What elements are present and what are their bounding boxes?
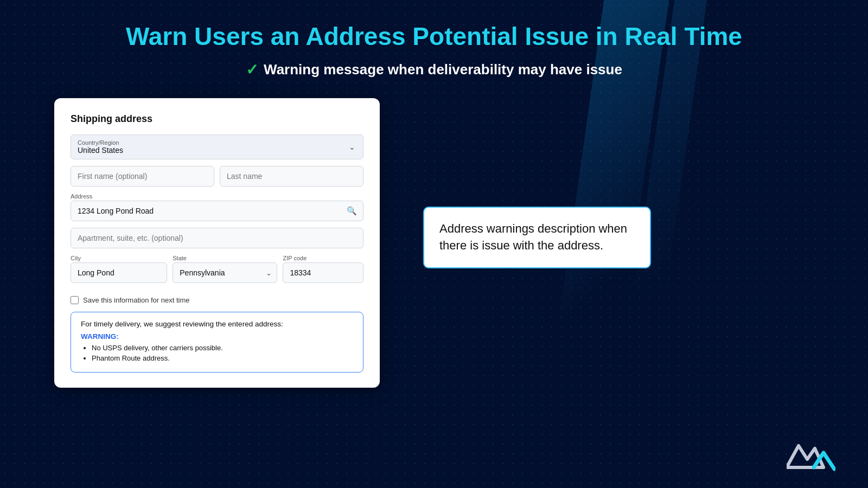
- warning-box: For timely delivery, we suggest reviewin…: [71, 312, 363, 373]
- logo-area: [787, 443, 835, 473]
- shipping-form-card: Shipping address Country/Region United S…: [54, 98, 380, 388]
- last-name-group: [220, 166, 363, 187]
- state-input[interactable]: [173, 262, 277, 283]
- zip-input[interactable]: [283, 262, 363, 283]
- city-group: City: [71, 255, 167, 283]
- country-value: United States: [78, 146, 356, 155]
- first-name-input[interactable]: [71, 166, 214, 187]
- name-row: [71, 166, 363, 193]
- chevron-down-icon: ⌄: [349, 143, 355, 151]
- address-input[interactable]: [71, 201, 363, 221]
- address-wrap: 🔍: [71, 201, 363, 221]
- page-content: Warn Users an Address Potential Issue in…: [0, 0, 868, 388]
- address-field-group: Address 🔍: [71, 193, 363, 221]
- zip-label: ZIP code: [283, 255, 363, 261]
- search-icon: 🔍: [347, 206, 357, 216]
- warning-list: No USPS delivery, other carriers possibl…: [81, 344, 353, 362]
- save-label[interactable]: Save this information for next time: [83, 296, 190, 304]
- save-checkbox[interactable]: [71, 296, 79, 304]
- apt-input[interactable]: [71, 228, 363, 248]
- save-info-row: Save this information for next time: [71, 296, 363, 304]
- country-label: Country/Region: [78, 139, 356, 146]
- subtitle-text: Warning message when deliverability may …: [264, 61, 622, 78]
- country-select[interactable]: Country/Region United States ⌄: [71, 134, 363, 159]
- last-name-input[interactable]: [220, 166, 363, 187]
- info-description-box: Address warnings description when there …: [423, 207, 651, 268]
- zip-group: ZIP code: [283, 255, 363, 283]
- form-title: Shipping address: [71, 113, 363, 125]
- state-group: State ⌄: [173, 255, 277, 283]
- page-title: Warn Users an Address Potential Issue in…: [126, 22, 742, 51]
- warning-label: WARNING:: [81, 332, 353, 341]
- checkmark-icon: ✓: [246, 61, 258, 79]
- two-column-layout: Shipping address Country/Region United S…: [54, 98, 814, 388]
- city-label: City: [71, 255, 167, 261]
- warning-item-1: No USPS delivery, other carriers possibl…: [92, 344, 353, 352]
- address-label: Address: [71, 193, 363, 200]
- first-name-group: [71, 166, 214, 187]
- city-state-zip-row: City State ⌄ ZIP code: [71, 255, 363, 290]
- warning-line1: For timely delivery, we suggest reviewin…: [81, 320, 353, 328]
- state-label: State: [173, 255, 277, 261]
- company-logo: [787, 443, 835, 473]
- subtitle-row: ✓ Warning message when deliverability ma…: [246, 61, 622, 79]
- city-input[interactable]: [71, 262, 167, 283]
- info-box-text: Address warnings description when there …: [439, 222, 627, 252]
- apt-field-group: [71, 228, 363, 248]
- warning-item-2: Phantom Route address.: [92, 354, 353, 362]
- right-column: Address warnings description when there …: [380, 98, 814, 268]
- state-select-wrap: ⌄: [173, 262, 277, 283]
- country-field-group: Country/Region United States ⌄: [71, 134, 363, 159]
